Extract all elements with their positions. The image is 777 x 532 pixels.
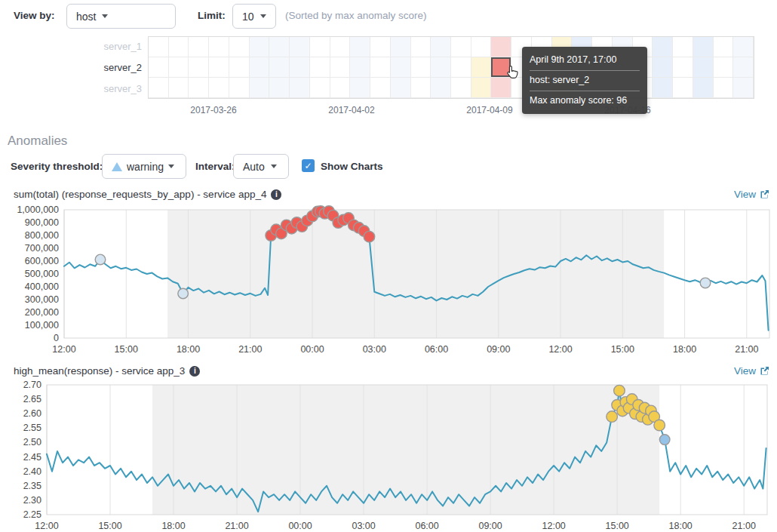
- swimlane-cell[interactable]: [471, 57, 492, 78]
- swimlane-cell[interactable]: [229, 37, 250, 57]
- svg-text:03:00: 03:00: [352, 521, 375, 531]
- swimlane-cell[interactable]: [714, 78, 734, 98]
- swimlane-row-label-server_3[interactable]: server_3: [0, 78, 142, 99]
- limit-dropdown[interactable]: 10: [232, 4, 276, 29]
- chart-2-title: high_mean(response) - service app_3: [14, 365, 185, 377]
- swimlane-cell[interactable]: [391, 78, 411, 98]
- swimlane-cell[interactable]: [673, 78, 693, 98]
- info-icon[interactable]: i: [189, 366, 200, 377]
- svg-text:300,000: 300,000: [25, 294, 59, 305]
- svg-text:15:00: 15:00: [606, 521, 629, 531]
- swimlane-cell[interactable]: [310, 37, 330, 57]
- swimlane-cell[interactable]: [451, 78, 471, 98]
- swimlane-cell[interactable]: [431, 57, 451, 78]
- swimlane-cell[interactable]: [330, 57, 351, 78]
- swimlane-cell[interactable]: [693, 78, 714, 98]
- swimlane-cell[interactable]: [431, 37, 451, 57]
- swimlane-cell[interactable]: [350, 78, 370, 98]
- swimlane-cell[interactable]: [673, 57, 693, 78]
- swimlane-cell[interactable]: [169, 78, 189, 98]
- interval-dropdown[interactable]: Auto: [233, 154, 289, 179]
- timeseries-chart-2[interactable]: 2.252.302.352.402.452.502.552.602.652.70…: [0, 379, 777, 532]
- swimlane-cell[interactable]: [350, 57, 370, 78]
- swimlane-row-label-server_2[interactable]: server_2: [0, 57, 142, 78]
- swimlane-cell[interactable]: [310, 78, 330, 98]
- svg-text:2.65: 2.65: [23, 394, 41, 404]
- swimlane-cell[interactable]: [189, 57, 209, 78]
- swimlane-cell[interactable]: [209, 78, 229, 98]
- swimlane-cell[interactable]: [229, 57, 250, 78]
- swimlane-cell[interactable]: [250, 37, 270, 57]
- swimlane-cell[interactable]: [269, 57, 290, 78]
- show-charts-checkbox[interactable]: ✓: [302, 159, 315, 172]
- sorted-note: (Sorted by max anomaly score): [285, 10, 427, 21]
- tooltip-score: Max anomaly score: 96: [530, 91, 640, 111]
- swimlane-cell[interactable]: [693, 37, 714, 57]
- swimlane-cell[interactable]: [330, 37, 351, 57]
- swimlane-row-label-server_1[interactable]: server_1: [0, 36, 142, 57]
- chart-1-view-link[interactable]: View: [734, 189, 769, 200]
- swimlane-cell[interactable]: [653, 57, 673, 78]
- swimlane-cell[interactable]: [250, 57, 270, 78]
- swimlane-cell[interactable]: [149, 78, 169, 98]
- chart-1-title-row: sum(total) (response_requests_by_app) - …: [14, 189, 281, 200]
- swimlane-cell[interactable]: [653, 37, 673, 57]
- swimlane-cell[interactable]: [653, 78, 673, 98]
- severity-threshold-dropdown[interactable]: warning: [102, 154, 186, 179]
- swimlane-cell[interactable]: [370, 78, 391, 98]
- swimlane-cell[interactable]: [391, 57, 411, 78]
- swimlane-cell[interactable]: [431, 78, 451, 98]
- swimlane-cell[interactable]: [471, 78, 492, 98]
- swimlane-cell[interactable]: [673, 37, 693, 57]
- swimlane-cell[interactable]: [169, 37, 189, 57]
- view-link-label: View: [734, 365, 756, 377]
- swimlane-cell[interactable]: [411, 78, 431, 98]
- timeseries-chart-1[interactable]: 0100,000200,000300,000400,000500,000600,…: [0, 204, 777, 359]
- swimlane-cell[interactable]: [370, 57, 391, 78]
- swimlane-cell[interactable]: [411, 37, 431, 57]
- swimlane-cell[interactable]: [391, 37, 411, 57]
- swimlane-cell[interactable]: [693, 57, 714, 78]
- ml-anomaly-explorer: View by: host Limit: 10 (Sorted by max a…: [0, 0, 777, 532]
- swimlane-cell[interactable]: [290, 78, 310, 98]
- swimlane-cell[interactable]: [451, 57, 471, 78]
- swimlane-cell[interactable]: [209, 57, 229, 78]
- swimlane-cell[interactable]: [269, 78, 290, 98]
- swimlane-cell[interactable]: [471, 37, 492, 57]
- swimlane-cell[interactable]: [250, 78, 270, 98]
- swimlane-cell[interactable]: [411, 57, 431, 78]
- svg-text:18:00: 18:00: [673, 344, 696, 355]
- swimlane-cell[interactable]: [149, 57, 169, 78]
- swimlane-cell[interactable]: [714, 37, 734, 57]
- svg-text:2.45: 2.45: [23, 452, 41, 463]
- swimlane-cell[interactable]: [330, 78, 351, 98]
- swimlane-cell[interactable]: [714, 57, 734, 78]
- swimlane-cell[interactable]: [149, 37, 169, 57]
- swimlane-cell[interactable]: [189, 78, 209, 98]
- swimlane-cell[interactable]: [290, 37, 310, 57]
- chart-2-view-link[interactable]: View: [734, 365, 769, 377]
- swimlane-cell[interactable]: [733, 57, 754, 78]
- svg-text:2.50: 2.50: [23, 437, 41, 447]
- swimlane-cell[interactable]: [733, 37, 754, 57]
- swimlane-cell[interactable]: [189, 37, 209, 57]
- show-charts-label: Show Charts: [321, 161, 383, 172]
- swimlane-cell[interactable]: [229, 78, 250, 98]
- swimlane-cell[interactable]: [491, 37, 511, 57]
- swimlane-cell[interactable]: [169, 57, 189, 78]
- chart-1-title: sum(total) (response_requests_by_app) - …: [14, 189, 266, 200]
- anomaly-swimlane[interactable]: [148, 36, 754, 99]
- swimlane-cell[interactable]: [350, 37, 370, 57]
- svg-text:06:00: 06:00: [425, 344, 448, 355]
- swimlane-cell[interactable]: [209, 37, 229, 57]
- svg-text:18:00: 18:00: [669, 521, 693, 531]
- swimlane-cell[interactable]: [451, 37, 471, 57]
- swimlane-cell[interactable]: [269, 37, 290, 57]
- swimlane-cell[interactable]: [310, 57, 330, 78]
- swimlane-cell[interactable]: [370, 37, 391, 57]
- swimlane-cell[interactable]: [290, 57, 310, 78]
- info-icon[interactable]: i: [271, 189, 281, 200]
- swimlane-cell[interactable]: [733, 78, 754, 98]
- svg-text:900,000: 900,000: [25, 217, 59, 228]
- view-by-dropdown[interactable]: host: [66, 4, 176, 29]
